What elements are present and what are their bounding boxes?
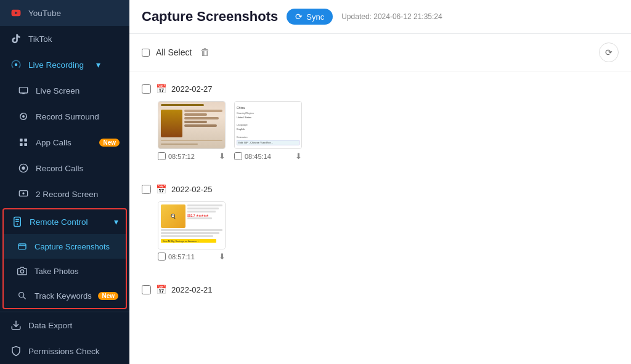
- main-content: Capture Screenshots ⟳ Sync Updated: 2024…: [129, 0, 631, 364]
- svg-point-8: [22, 166, 25, 169]
- tiktok-icon: [10, 33, 22, 45]
- sidebar-item-tiktok[interactable]: TikTok: [0, 26, 129, 52]
- sidebar-live-screen-label: Live Screen: [36, 86, 120, 95]
- capture-screenshots-icon: [16, 240, 28, 253]
- screenshot-footer-3: 08:57:11 ⬇: [158, 252, 226, 261]
- remote-chevron: ▾: [114, 217, 118, 227]
- date-text-3: 2022-02-21: [171, 285, 213, 294]
- live-recording-icon: [10, 59, 22, 71]
- sidebar-track-keywords[interactable]: Track Keywords New: [4, 283, 126, 308]
- svg-point-10: [22, 192, 24, 194]
- app-calls-badge: New: [99, 139, 120, 147]
- youtube-icon: [10, 7, 22, 19]
- date-text-2: 2022-02-25: [171, 185, 213, 194]
- track-keywords-icon: [16, 289, 28, 302]
- date-header-2: 📅 2022-02-25: [142, 178, 619, 199]
- date-group-3: 📅 2022-02-21: [129, 272, 631, 302]
- date-checkbox-2[interactable]: [142, 185, 151, 194]
- take-photos-icon: [16, 265, 28, 277]
- screenshot-card-3[interactable]: 🍳 $52.7 ★★★★★: [158, 201, 226, 261]
- sidebar-live-recording[interactable]: Live Recording ▾: [0, 52, 129, 78]
- screenshot-footer-2: 08:45:14 ⬇: [234, 152, 302, 161]
- sidebar-item-record-surround[interactable]: Record Surround: [0, 103, 129, 129]
- sidebar-item-tiktok-label: TikTok: [28, 34, 120, 44]
- capture-screenshots-label: Capture Screenshots: [35, 242, 110, 251]
- all-select-checkbox[interactable]: [142, 49, 150, 57]
- calendar-icon-2: 📅: [156, 184, 166, 194]
- track-keywords-badge: New: [98, 292, 118, 300]
- record-surround-icon: [17, 110, 30, 123]
- sidebar-remote-control[interactable]: Remote Control ▾: [4, 209, 126, 234]
- date-text-1: 2022-02-27: [171, 84, 213, 94]
- screenshot-card-2[interactable]: China Country/Region United States Langu…: [234, 101, 302, 161]
- all-select-label[interactable]: All Select: [156, 47, 192, 57]
- screenshot-checkbox-3[interactable]: [158, 253, 166, 261]
- calendar-icon-3: 📅: [156, 285, 166, 294]
- live-recording-label: Live Recording: [28, 60, 84, 70]
- screenshot-time-1: 08:57:12: [168, 153, 216, 160]
- screenshot-thumb-3: 🍳 $52.7 ★★★★★: [158, 201, 226, 249]
- sync-icon: ⟳: [295, 12, 303, 22]
- record-calls-icon: [17, 162, 30, 174]
- sidebar-item-record-calls[interactable]: Record Calls: [0, 155, 129, 181]
- sidebar-record-surround-label: Record Surround: [36, 112, 120, 121]
- refresh-button[interactable]: ⟳: [599, 42, 619, 62]
- live-chevron: ▾: [96, 60, 100, 70]
- remote-control-label: Remote Control: [30, 217, 102, 227]
- svg-point-17: [20, 270, 23, 273]
- screenshot-thumb-2: China Country/Region United States Langu…: [234, 101, 302, 149]
- screenshot-card-1[interactable]: 08:57:12 ⬇: [158, 101, 226, 161]
- sync-button[interactable]: ⟳ Sync: [287, 9, 333, 25]
- date-checkbox-3[interactable]: [142, 285, 151, 294]
- sidebar: YouTube TikTok Live Recording ▾ Live Scr…: [0, 0, 129, 364]
- sidebar-item-youtube-label: YouTube: [28, 9, 120, 18]
- download-icon-2[interactable]: ⬇: [295, 152, 302, 161]
- date-group-2: 📅 2022-02-25 🍳: [129, 172, 631, 272]
- svg-rect-7: [24, 143, 27, 146]
- svg-rect-5: [24, 139, 27, 142]
- date-checkbox-1[interactable]: [142, 84, 151, 94]
- sync-label: Sync: [306, 12, 324, 22]
- refresh-icon: ⟳: [605, 47, 613, 57]
- date-header-3: 📅 2022-02-21: [142, 278, 619, 299]
- svg-rect-15: [18, 244, 26, 249]
- screenshot-time-3: 08:57:11: [168, 253, 216, 261]
- sidebar-item-app-calls[interactable]: App Calls New: [0, 129, 129, 155]
- date-group-1: 📅 2022-02-27: [129, 71, 631, 172]
- sidebar-permissions-check[interactable]: Permissions Check: [0, 338, 129, 364]
- sidebar-item-live-screen[interactable]: Live Screen: [0, 78, 129, 103]
- svg-rect-6: [20, 143, 23, 146]
- data-export-label: Data Export: [28, 321, 120, 330]
- permissions-check-icon: [10, 345, 22, 357]
- page-title: Capture Screenshots: [142, 9, 278, 25]
- all-select-bar: All Select 🗑 ⟳: [129, 34, 631, 71]
- screenshot-grid-2: 🍳 $52.7 ★★★★★: [142, 199, 619, 270]
- sidebar-item-youtube[interactable]: YouTube: [0, 0, 129, 26]
- sidebar-take-photos[interactable]: Take Photos: [4, 259, 126, 283]
- screenshot-checkbox-1[interactable]: [158, 152, 166, 160]
- screenshot-checkbox-2[interactable]: [234, 152, 242, 160]
- track-keywords-label: Track Keywords: [35, 291, 92, 301]
- download-icon-1[interactable]: ⬇: [219, 152, 226, 161]
- data-export-icon: [10, 319, 22, 331]
- svg-point-0: [15, 63, 18, 67]
- sidebar-capture-screenshots[interactable]: Capture Screenshots: [4, 234, 126, 259]
- updated-text: Updated: 2024-06-12 21:35:24: [341, 12, 442, 21]
- sidebar-remote-control-section: Remote Control ▾ Capture Screenshots Tak…: [2, 208, 127, 309]
- download-icon-3[interactable]: ⬇: [219, 252, 226, 261]
- app-calls-icon: [17, 136, 30, 148]
- live-screen-icon: [17, 84, 30, 97]
- screenshot-time-2: 08:45:14: [245, 153, 293, 160]
- svg-point-16: [20, 245, 20, 245]
- svg-rect-4: [20, 139, 23, 142]
- sidebar-item-record-screen[interactable]: 2 Record Screen: [0, 181, 129, 207]
- calendar-icon-1: 📅: [156, 84, 166, 94]
- take-photos-label: Take Photos: [35, 267, 79, 276]
- sidebar-data-export[interactable]: Data Export: [0, 312, 129, 338]
- date-header-1: 📅 2022-02-27: [142, 78, 619, 99]
- trash-icon[interactable]: 🗑: [200, 47, 210, 58]
- screenshot-footer-1: 08:57:12 ⬇: [158, 152, 226, 161]
- record-screen-icon: [17, 188, 30, 200]
- svg-point-12: [17, 224, 18, 225]
- sidebar-bottom: Data Export Permissions Check: [0, 312, 129, 364]
